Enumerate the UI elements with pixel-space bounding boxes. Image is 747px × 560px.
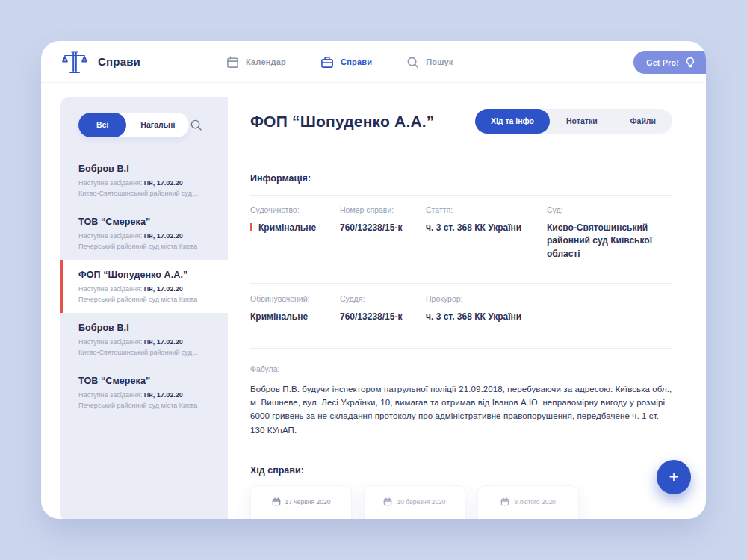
event-card[interactable]: 8 лютого 2020 09:20 Судове засідання bbox=[477, 485, 579, 519]
app-title: Справи bbox=[98, 55, 140, 68]
info-label-case-number: Номер справи: bbox=[340, 205, 426, 214]
event-date: 17 червня 2020 bbox=[272, 497, 331, 506]
case-title: Бобров В.І bbox=[78, 164, 214, 174]
divider bbox=[250, 283, 672, 284]
calendar-icon bbox=[500, 497, 509, 506]
nav-label-search: Пошук bbox=[426, 57, 453, 66]
info-value-court: Києво-Святошинський районний суд Київськ… bbox=[547, 222, 672, 261]
case-list-item[interactable]: ТОВ “Смерека” Наступне засідання: Пн, 17… bbox=[60, 207, 228, 260]
case-list: Бобров В.І Наступне засідання: Пн, 17.02… bbox=[60, 154, 228, 419]
event-date: 8 лютого 2020 bbox=[500, 497, 556, 506]
case-detail-panel: ФОП “Шопуденко А.А.” Хід та інфо Нотатки… bbox=[250, 97, 672, 519]
case-title: ТОВ “Смерека” bbox=[78, 217, 214, 227]
case-sidebar: Всі Нагальні Бобров В.І Наступне засідан… bbox=[60, 97, 228, 519]
info-label-article: Стаття: bbox=[426, 205, 547, 214]
divider bbox=[250, 195, 672, 196]
app-window: Справи Календар bbox=[41, 41, 706, 519]
case-court: Печерський районний суд міста Києва bbox=[78, 243, 214, 250]
topbar: Справи Календар bbox=[41, 41, 706, 83]
criminal-marker bbox=[250, 223, 252, 231]
case-list-item-selected[interactable]: ФОП “Шопуденко А.А.” Наступне засідання:… bbox=[60, 260, 228, 313]
event-card[interactable]: 10 березня 2020 11:30 Судове засідання bbox=[364, 485, 465, 519]
calendar-icon bbox=[226, 56, 239, 69]
info-section-heading: Информація: bbox=[250, 173, 672, 184]
nav-item-calendar[interactable]: Календар bbox=[226, 56, 286, 69]
search-icon bbox=[406, 56, 419, 69]
info-value-case-number: 760/13238/15-к bbox=[340, 222, 426, 261]
tab-files[interactable]: Файли bbox=[614, 109, 672, 134]
detail-tabs: Хід та інфо Нотатки Файли bbox=[475, 109, 672, 134]
nav-label-calendar: Календар bbox=[246, 57, 286, 66]
info-label-judge: Суддя: bbox=[340, 294, 426, 303]
case-court: Печерський районний суд міста Києва bbox=[78, 402, 214, 409]
case-list-item[interactable]: Бобров В.І Наступне засідання: Пн, 17.02… bbox=[60, 313, 228, 366]
nav-item-search[interactable]: Пошук bbox=[406, 56, 453, 69]
event-card[interactable]: 17 червня 2020 12:00 Допит свідків обвин… bbox=[250, 485, 352, 519]
case-court: Печерський районний суд міста Києва bbox=[78, 296, 214, 303]
calendar-icon bbox=[272, 497, 281, 506]
info-value-accused: Кримінальне bbox=[250, 311, 340, 323]
info-row-1: Судочинство: Номер справи: Стаття: Суд: … bbox=[250, 205, 672, 279]
plus-icon: + bbox=[669, 467, 679, 487]
case-list-item[interactable]: ТОВ “Смерека” Наступне засідання: Пн, 17… bbox=[60, 366, 228, 419]
filter-urgent-button[interactable]: Нагальні bbox=[126, 113, 189, 137]
info-row-2: Обвинувачений: Суддя: Прокурор: Кримінал… bbox=[250, 294, 672, 341]
calendar-icon bbox=[383, 497, 392, 506]
nav-item-cases[interactable]: Справи bbox=[320, 56, 372, 69]
case-next-hearing: Наступне засідання: Пн, 17.02.20 bbox=[78, 338, 214, 346]
info-label-proceeding: Судочинство: bbox=[250, 205, 340, 214]
info-value-article: ч. 3 ст. 368 КК України bbox=[426, 222, 547, 261]
case-list-item[interactable]: Бобров В.І Наступне засідання: Пн, 17.02… bbox=[60, 154, 228, 207]
case-next-hearing: Наступне засідання: Пн, 17.02.20 bbox=[78, 179, 214, 187]
sidebar-filter-row: Всі Нагальні bbox=[60, 97, 228, 137]
progress-section-heading: Хід справи: bbox=[250, 465, 672, 476]
case-next-hearing: Наступне засідання: Пн, 17.02.20 bbox=[78, 285, 214, 293]
add-event-button[interactable]: + bbox=[657, 460, 691, 494]
info-label-accused: Обвинувачений: bbox=[250, 294, 340, 303]
app-logo: Справи bbox=[41, 49, 140, 75]
filter-all-button[interactable]: Всі bbox=[78, 113, 126, 137]
tab-notes[interactable]: Нотатки bbox=[550, 109, 614, 134]
filter-toggle-group: Всі Нагальні bbox=[78, 113, 189, 137]
info-label-court: Суд: bbox=[547, 205, 672, 214]
case-court: Києво-Святошинський районний суд... bbox=[78, 349, 214, 356]
tab-progress-info[interactable]: Хід та інфо bbox=[475, 109, 550, 134]
fabula-label: Фабула: bbox=[250, 364, 672, 373]
case-title: ФОП “Шопуденко А.А.” bbox=[78, 270, 214, 280]
info-value-proceeding: Кримінальне bbox=[250, 222, 340, 261]
get-pro-label: Get Pro! bbox=[646, 58, 679, 67]
info-value-judge: 760/13238/15-к bbox=[340, 311, 426, 323]
nav-label-cases: Справи bbox=[341, 57, 372, 66]
case-next-hearing: Наступне засідання: Пн, 17.02.20 bbox=[78, 391, 214, 399]
event-card-row: 17 червня 2020 12:00 Допит свідків обвин… bbox=[250, 485, 672, 519]
get-pro-button[interactable]: Get Pro! bbox=[633, 51, 706, 74]
lightbulb-icon bbox=[685, 57, 695, 69]
justice-scales-icon bbox=[61, 49, 88, 75]
divider bbox=[250, 348, 672, 349]
event-date: 10 березня 2020 bbox=[383, 497, 445, 506]
case-title: ТОВ “Смерека” bbox=[78, 376, 214, 386]
case-court: Києво-Святошинський районний суд... bbox=[78, 190, 214, 197]
briefcase-icon bbox=[320, 56, 334, 69]
case-next-hearing: Наступне засідання: Пн, 17.02.20 bbox=[78, 232, 214, 240]
top-navigation: Календар Справи bbox=[226, 41, 453, 83]
fabula-text: Бобров П.В. будучи інспектором патрульно… bbox=[250, 382, 672, 438]
info-label-prosecutor: Прокурор: bbox=[426, 294, 672, 303]
info-value-prosecutor: ч. 3 ст. 368 КК України bbox=[426, 311, 672, 323]
sidebar-search-icon[interactable] bbox=[190, 119, 202, 131]
page-title: ФОП “Шопуденко А.А.” bbox=[250, 113, 435, 131]
case-title: Бобров В.І bbox=[78, 323, 214, 333]
